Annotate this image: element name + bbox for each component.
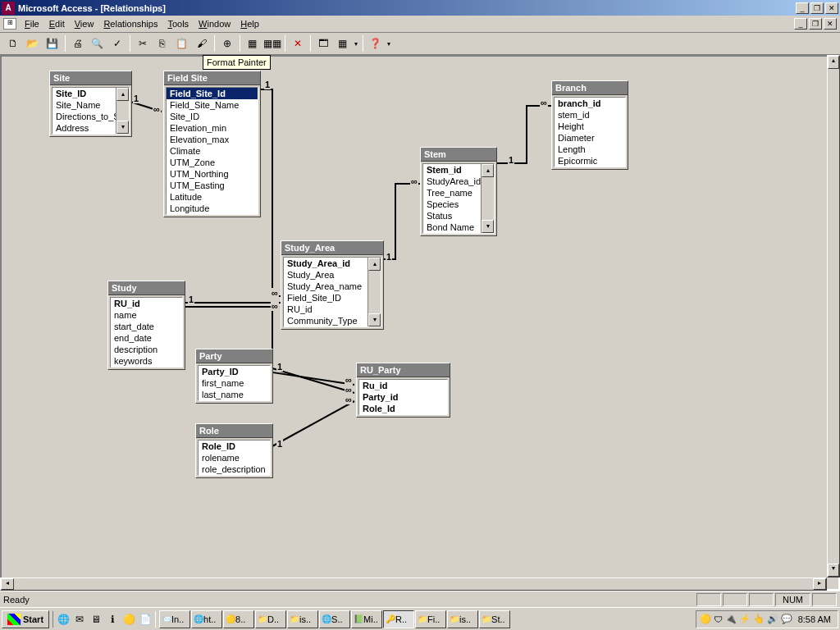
- table-fieldsite[interactable]: Field Site Field_Site_Id Field_Site_Name…: [163, 71, 261, 217]
- task-button[interactable]: 📁St..: [479, 610, 510, 628]
- field[interactable]: Field_Site_ID: [284, 292, 368, 304]
- table-study[interactable]: Study RU_id name start_date end_date des…: [107, 281, 185, 370]
- table-studyarea[interactable]: Study_Area Study_Area_id Study_Area Stud…: [281, 240, 384, 330]
- field[interactable]: description: [111, 344, 182, 355]
- scroll-left-button[interactable]: ◂: [1, 578, 14, 590]
- field[interactable]: Bond Name: [423, 221, 481, 233]
- show-direct-button[interactable]: ▦: [243, 34, 262, 52]
- help-button[interactable]: ❓: [366, 34, 385, 52]
- field[interactable]: Study_Area_name: [284, 281, 368, 292]
- field[interactable]: Stem_id: [423, 164, 481, 176]
- clock[interactable]: 8:58 AM: [795, 614, 834, 624]
- task-button[interactable]: 🟡8..: [223, 610, 254, 628]
- field[interactable]: Study_Area: [284, 269, 368, 281]
- menu-file[interactable]: File: [20, 17, 44, 30]
- format-painter-button[interactable]: 🖌: [192, 34, 211, 52]
- field[interactable]: Community_Type: [284, 315, 368, 326]
- restore-button[interactable]: ❐: [810, 2, 824, 14]
- table-branch[interactable]: Branch branch_id stem_id Height Diameter…: [551, 80, 628, 170]
- field[interactable]: Site_ID: [167, 111, 258, 122]
- field[interactable]: rolename: [199, 452, 270, 463]
- field[interactable]: branch_id: [555, 98, 625, 109]
- show-all-button[interactable]: ▦▦: [262, 34, 281, 52]
- field[interactable]: last_name: [199, 389, 270, 400]
- scrollbar[interactable]: ▴▾: [368, 258, 381, 326]
- table-title[interactable]: RU_Party: [357, 363, 450, 377]
- table-role[interactable]: Role Role_ID rolename role_description: [195, 423, 273, 478]
- mdi-restore-button[interactable]: ❐: [809, 18, 822, 30]
- field[interactable]: Address: [52, 122, 116, 134]
- tray-icon[interactable]: 🔌: [725, 614, 737, 624]
- field[interactable]: Study_Area_id: [284, 258, 368, 269]
- table-ruparty[interactable]: RU_Party Ru_id Party_id Role_Id: [356, 363, 450, 418]
- field[interactable]: Role_Id: [359, 403, 447, 414]
- menu-tools[interactable]: Tools: [162, 17, 194, 30]
- field[interactable]: UTM_Zone: [167, 157, 258, 168]
- field[interactable]: Role_ID: [199, 441, 270, 452]
- field[interactable]: Party_id: [359, 391, 447, 403]
- cut-button[interactable]: ✂: [133, 34, 152, 52]
- field[interactable]: RU_id: [284, 304, 368, 315]
- field[interactable]: Elevation_max: [167, 134, 258, 145]
- horizontal-scrollbar[interactable]: ◂ ▸: [0, 578, 827, 591]
- menu-view[interactable]: View: [70, 17, 99, 30]
- menu-help[interactable]: Help: [235, 17, 264, 30]
- task-button[interactable]: 📁D..: [255, 610, 286, 628]
- tray-icon[interactable]: 🟡: [700, 614, 711, 624]
- save-button[interactable]: 💾: [43, 34, 62, 52]
- system-tray[interactable]: 🟡 🛡 🔌 ⚡ 👆 🔊 💬 8:58 AM: [696, 610, 838, 628]
- tray-icon[interactable]: 🛡: [714, 614, 723, 624]
- field[interactable]: UTM_Easting: [167, 180, 258, 191]
- field[interactable]: Species: [423, 199, 481, 210]
- field[interactable]: keywords: [111, 355, 182, 367]
- scrollbar[interactable]: ▴▾: [481, 164, 494, 233]
- menu-relationships[interactable]: Relationships: [98, 17, 162, 30]
- task-button[interactable]: 📨In..: [159, 610, 190, 628]
- db-window-button[interactable]: 🗔: [313, 34, 332, 52]
- task-button[interactable]: 🌐S..: [319, 610, 350, 628]
- field[interactable]: Length: [555, 144, 625, 155]
- table-party[interactable]: Party Party_ID first_name last_name: [195, 349, 273, 404]
- table-title[interactable]: Study_Area: [281, 241, 383, 255]
- scroll-up-button[interactable]: ▴: [828, 56, 839, 69]
- new-object-button[interactable]: ▦: [333, 34, 352, 52]
- field[interactable]: Field_Site_Id: [167, 88, 258, 99]
- field[interactable]: Field_Site_Name: [167, 99, 258, 111]
- paste-button[interactable]: 📋: [172, 34, 191, 52]
- help-dropdown[interactable]: ▾: [386, 34, 392, 52]
- field[interactable]: Party_ID: [199, 366, 270, 377]
- field[interactable]: role_description: [199, 463, 270, 475]
- field[interactable]: start_date: [111, 321, 182, 332]
- ql-icon[interactable]: ℹ: [104, 611, 121, 628]
- field[interactable]: Latitude: [167, 191, 258, 203]
- close-button[interactable]: ✕: [825, 2, 838, 14]
- tray-icon[interactable]: 💬: [781, 614, 792, 624]
- start-button[interactable]: Start: [2, 610, 49, 628]
- field[interactable]: Tree_name: [423, 187, 481, 199]
- field[interactable]: Ru_id: [359, 380, 447, 391]
- delete-button[interactable]: ✕: [288, 34, 307, 52]
- field[interactable]: StudyArea_id: [423, 176, 481, 187]
- table-title[interactable]: Branch: [552, 81, 628, 95]
- copy-button[interactable]: ⎘: [153, 34, 171, 52]
- task-button[interactable]: 📁is..: [287, 610, 318, 628]
- field[interactable]: name: [111, 309, 182, 321]
- spell-button[interactable]: ✓: [107, 34, 126, 52]
- mdi-minimize-button[interactable]: _: [794, 18, 807, 30]
- preview-button[interactable]: 🔍: [88, 34, 107, 52]
- table-title[interactable]: Study: [108, 281, 185, 295]
- field[interactable]: Epicormic: [555, 155, 625, 167]
- relationships-workspace[interactable]: 1 ∞ 1 ∞ 1 ∞ 1 1 ∞ ∞ ∞ 1 ∞ 1 ∞ Site Site_…: [0, 55, 840, 591]
- mdi-close-button[interactable]: ✕: [824, 18, 837, 30]
- scrollbar[interactable]: ▴▾: [116, 88, 129, 134]
- ql-icon[interactable]: 📄: [137, 611, 153, 628]
- task-button[interactable]: 📁is..: [447, 610, 478, 628]
- vertical-scrollbar[interactable]: ▴ ▾: [827, 55, 840, 578]
- field[interactable]: Directions_to_Si: [52, 111, 116, 122]
- ql-icon[interactable]: 🌐: [55, 611, 71, 628]
- field[interactable]: stem_id: [555, 109, 625, 121]
- field[interactable]: Longitude: [167, 203, 258, 214]
- mdi-icon[interactable]: ⊞: [3, 18, 16, 30]
- field[interactable]: Site_ID: [52, 88, 116, 99]
- table-title[interactable]: Field Site: [164, 71, 260, 85]
